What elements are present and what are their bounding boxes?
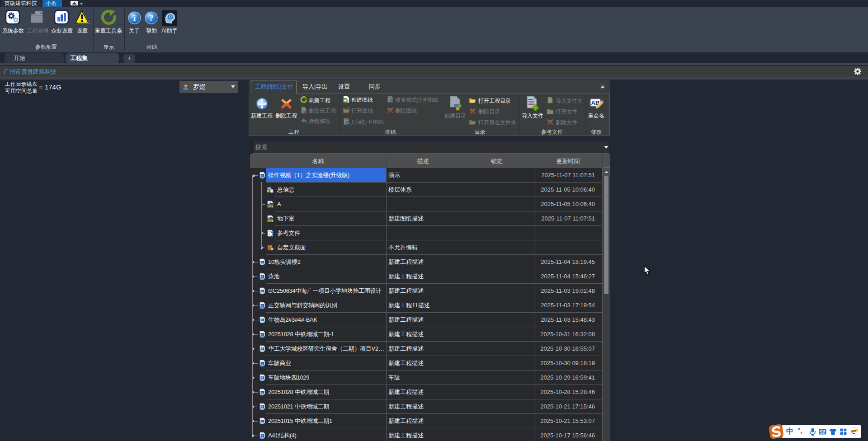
svg-text:?: ? (149, 13, 154, 23)
svg-text:CAS: CAS (268, 220, 272, 222)
svg-text:CAS: CAS (268, 206, 272, 208)
svg-text:i: i (133, 13, 136, 23)
